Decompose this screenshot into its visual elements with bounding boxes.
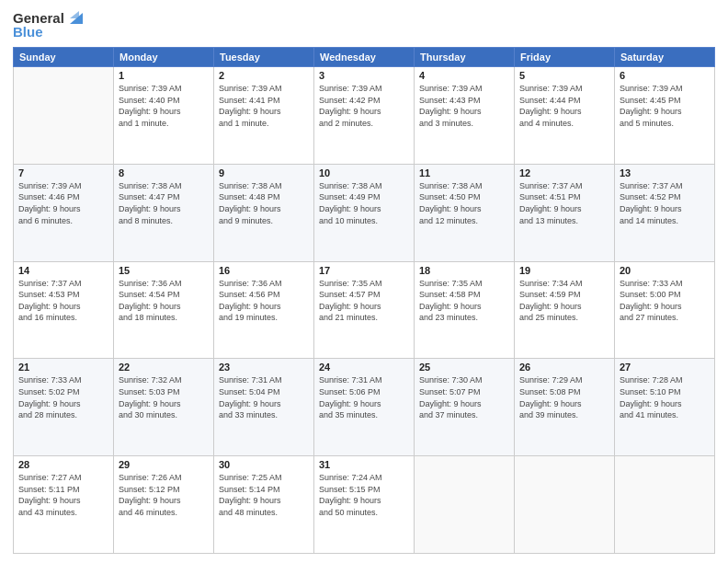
calendar-empty xyxy=(615,456,715,554)
calendar-day: 8Sunrise: 7:38 AMSunset: 4:47 PMDaylight… xyxy=(114,164,214,261)
calendar-day: 12Sunrise: 7:37 AMSunset: 4:51 PMDayligh… xyxy=(515,164,615,261)
day-info: Sunrise: 7:34 AMSunset: 4:59 PMDaylight:… xyxy=(519,278,609,324)
day-number: 29 xyxy=(119,459,209,470)
weekday-header: Tuesday xyxy=(214,48,314,67)
day-number: 22 xyxy=(119,362,209,373)
day-number: 27 xyxy=(620,362,710,373)
day-info: Sunrise: 7:38 AMSunset: 4:48 PMDaylight:… xyxy=(219,180,309,226)
day-number: 15 xyxy=(119,265,209,276)
logo-text: General Blue xyxy=(13,9,83,40)
logo-general: General xyxy=(13,10,64,26)
calendar-day: 26Sunrise: 7:29 AMSunset: 5:08 PMDayligh… xyxy=(515,359,615,456)
day-info: Sunrise: 7:39 AMSunset: 4:45 PMDaylight:… xyxy=(620,83,710,129)
day-info: Sunrise: 7:36 AMSunset: 4:56 PMDaylight:… xyxy=(219,278,309,324)
calendar-empty xyxy=(14,67,114,165)
calendar-empty xyxy=(415,456,515,554)
calendar-week-row: 21Sunrise: 7:33 AMSunset: 5:02 PMDayligh… xyxy=(14,359,715,456)
logo-triangle-icon xyxy=(66,9,83,26)
calendar-week-row: 28Sunrise: 7:27 AMSunset: 5:11 PMDayligh… xyxy=(14,456,715,554)
day-info: Sunrise: 7:27 AMSunset: 5:11 PMDaylight:… xyxy=(18,472,108,518)
day-info: Sunrise: 7:32 AMSunset: 5:03 PMDaylight:… xyxy=(119,374,209,420)
day-info: Sunrise: 7:39 AMSunset: 4:44 PMDaylight:… xyxy=(519,83,609,129)
calendar-day: 9Sunrise: 7:38 AMSunset: 4:48 PMDaylight… xyxy=(214,164,314,261)
calendar-day: 25Sunrise: 7:30 AMSunset: 5:07 PMDayligh… xyxy=(415,359,515,456)
day-number: 5 xyxy=(519,70,609,81)
day-number: 3 xyxy=(319,70,409,81)
day-number: 7 xyxy=(18,167,108,178)
day-number: 2 xyxy=(219,70,309,81)
day-number: 9 xyxy=(219,167,309,178)
weekday-header: Saturday xyxy=(615,48,715,67)
calendar-day: 13Sunrise: 7:37 AMSunset: 4:52 PMDayligh… xyxy=(615,164,715,261)
day-number: 18 xyxy=(419,265,509,276)
logo: General Blue xyxy=(13,9,83,40)
calendar-day: 17Sunrise: 7:35 AMSunset: 4:57 PMDayligh… xyxy=(314,261,415,359)
day-info: Sunrise: 7:39 AMSunset: 4:46 PMDaylight:… xyxy=(18,180,108,226)
day-info: Sunrise: 7:38 AMSunset: 4:50 PMDaylight:… xyxy=(419,180,509,226)
day-number: 19 xyxy=(519,265,609,276)
day-number: 30 xyxy=(219,459,309,470)
day-number: 6 xyxy=(620,70,710,81)
calendar-day: 15Sunrise: 7:36 AMSunset: 4:54 PMDayligh… xyxy=(114,261,214,359)
calendar-day: 28Sunrise: 7:27 AMSunset: 5:11 PMDayligh… xyxy=(14,456,114,554)
day-info: Sunrise: 7:37 AMSunset: 4:52 PMDaylight:… xyxy=(620,180,710,226)
day-number: 31 xyxy=(319,459,409,470)
day-info: Sunrise: 7:39 AMSunset: 4:41 PMDaylight:… xyxy=(219,83,309,129)
calendar-day: 10Sunrise: 7:38 AMSunset: 4:49 PMDayligh… xyxy=(314,164,415,261)
calendar-day: 16Sunrise: 7:36 AMSunset: 4:56 PMDayligh… xyxy=(214,261,314,359)
day-info: Sunrise: 7:31 AMSunset: 5:06 PMDaylight:… xyxy=(319,374,409,420)
calendar-week-row: 14Sunrise: 7:37 AMSunset: 4:53 PMDayligh… xyxy=(14,261,715,359)
day-info: Sunrise: 7:33 AMSunset: 5:00 PMDaylight:… xyxy=(620,278,710,324)
calendar-week-row: 7Sunrise: 7:39 AMSunset: 4:46 PMDaylight… xyxy=(14,164,715,261)
day-number: 10 xyxy=(319,167,409,178)
weekday-header: Friday xyxy=(515,48,615,67)
calendar-header: SundayMondayTuesdayWednesdayThursdayFrid… xyxy=(14,48,715,67)
calendar-day: 5Sunrise: 7:39 AMSunset: 4:44 PMDaylight… xyxy=(515,67,615,165)
calendar-day: 3Sunrise: 7:39 AMSunset: 4:42 PMDaylight… xyxy=(314,67,415,165)
day-info: Sunrise: 7:37 AMSunset: 4:51 PMDaylight:… xyxy=(519,180,609,226)
calendar-day: 30Sunrise: 7:25 AMSunset: 5:14 PMDayligh… xyxy=(214,456,314,554)
calendar-day: 24Sunrise: 7:31 AMSunset: 5:06 PMDayligh… xyxy=(314,359,415,456)
day-info: Sunrise: 7:28 AMSunset: 5:10 PMDaylight:… xyxy=(620,374,710,420)
day-info: Sunrise: 7:39 AMSunset: 4:40 PMDaylight:… xyxy=(119,83,209,129)
calendar-empty xyxy=(515,456,615,554)
calendar-day: 23Sunrise: 7:31 AMSunset: 5:04 PMDayligh… xyxy=(214,359,314,456)
day-number: 25 xyxy=(419,362,509,373)
calendar-table: SundayMondayTuesdayWednesdayThursdayFrid… xyxy=(13,47,715,554)
day-info: Sunrise: 7:39 AMSunset: 4:42 PMDaylight:… xyxy=(319,83,409,129)
day-number: 21 xyxy=(18,362,108,373)
day-info: Sunrise: 7:39 AMSunset: 4:43 PMDaylight:… xyxy=(419,83,509,129)
weekday-header: Thursday xyxy=(415,48,515,67)
day-info: Sunrise: 7:30 AMSunset: 5:07 PMDaylight:… xyxy=(419,374,509,420)
page-header: General Blue xyxy=(13,9,715,40)
day-number: 26 xyxy=(519,362,609,373)
day-info: Sunrise: 7:33 AMSunset: 5:02 PMDaylight:… xyxy=(18,374,108,420)
calendar-day: 18Sunrise: 7:35 AMSunset: 4:58 PMDayligh… xyxy=(415,261,515,359)
day-info: Sunrise: 7:37 AMSunset: 4:53 PMDaylight:… xyxy=(18,278,108,324)
day-info: Sunrise: 7:38 AMSunset: 4:49 PMDaylight:… xyxy=(319,180,409,226)
day-number: 11 xyxy=(419,167,509,178)
day-info: Sunrise: 7:29 AMSunset: 5:08 PMDaylight:… xyxy=(519,374,609,420)
calendar-day: 21Sunrise: 7:33 AMSunset: 5:02 PMDayligh… xyxy=(14,359,114,456)
calendar-day: 11Sunrise: 7:38 AMSunset: 4:50 PMDayligh… xyxy=(415,164,515,261)
day-number: 4 xyxy=(419,70,509,81)
day-number: 16 xyxy=(219,265,309,276)
day-info: Sunrise: 7:38 AMSunset: 4:47 PMDaylight:… xyxy=(119,180,209,226)
day-number: 8 xyxy=(119,167,209,178)
calendar-day: 20Sunrise: 7:33 AMSunset: 5:00 PMDayligh… xyxy=(615,261,715,359)
calendar-day: 14Sunrise: 7:37 AMSunset: 4:53 PMDayligh… xyxy=(14,261,114,359)
svg-marker-1 xyxy=(70,11,79,18)
day-number: 17 xyxy=(319,265,409,276)
day-info: Sunrise: 7:25 AMSunset: 5:14 PMDaylight:… xyxy=(219,472,309,518)
day-info: Sunrise: 7:35 AMSunset: 4:57 PMDaylight:… xyxy=(319,278,409,324)
day-info: Sunrise: 7:35 AMSunset: 4:58 PMDaylight:… xyxy=(419,278,509,324)
day-number: 24 xyxy=(319,362,409,373)
calendar-day: 1Sunrise: 7:39 AMSunset: 4:40 PMDaylight… xyxy=(114,67,214,165)
calendar-day: 27Sunrise: 7:28 AMSunset: 5:10 PMDayligh… xyxy=(615,359,715,456)
day-number: 14 xyxy=(18,265,108,276)
calendar-day: 7Sunrise: 7:39 AMSunset: 4:46 PMDaylight… xyxy=(14,164,114,261)
calendar-day: 22Sunrise: 7:32 AMSunset: 5:03 PMDayligh… xyxy=(114,359,214,456)
day-info: Sunrise: 7:26 AMSunset: 5:12 PMDaylight:… xyxy=(119,472,209,518)
day-number: 28 xyxy=(18,459,108,470)
day-number: 23 xyxy=(219,362,309,373)
